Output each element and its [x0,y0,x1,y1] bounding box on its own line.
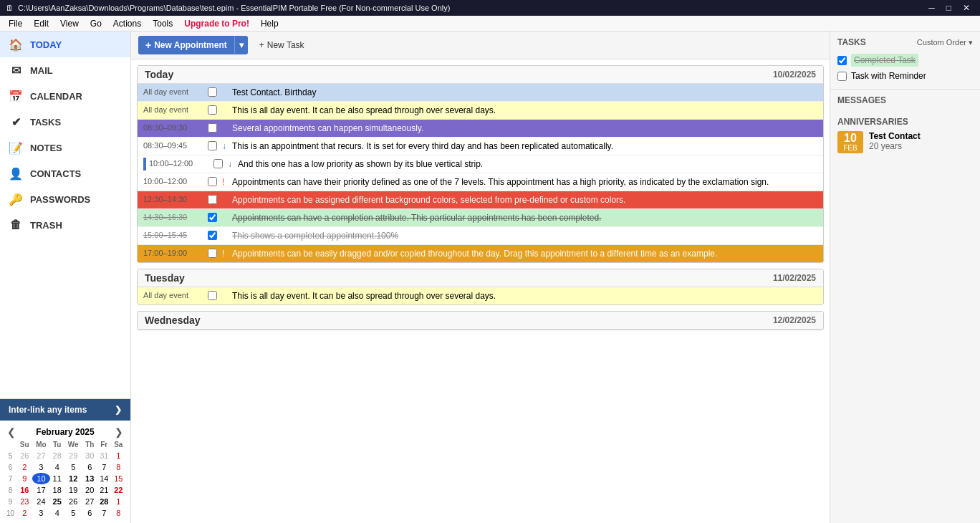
calendar-day[interactable]: 27 [82,496,97,507]
checkbox-5[interactable] [213,159,223,168]
calendar-day[interactable]: 8 [111,507,126,519]
calendar-day[interactable]: 1 [111,496,126,507]
calendar-day[interactable]: 11 [50,473,64,484]
appt-row-3[interactable]: 08:30–09:30 Several appointments can hap… [138,120,823,138]
close-button[interactable]: ✕ [959,1,974,14]
sidebar-item-contacts[interactable]: 👤 CONTACTS [0,160,130,186]
check-4[interactable] [208,140,222,153]
sidebar-item-today[interactable]: 🏠 TODAY [0,32,130,57]
checkbox-10[interactable] [208,249,217,258]
tue-checkbox-1[interactable] [208,291,217,300]
calendar-day[interactable]: 9 [16,473,32,484]
menu-go[interactable]: Go [85,17,107,30]
checkbox-3[interactable] [208,123,217,133]
calendar-day[interactable]: 2 [16,507,32,519]
next-month-button[interactable]: ❯ [115,426,123,438]
menu-file[interactable]: File [3,17,28,30]
calendar-day[interactable]: 20 [82,484,97,496]
check-9[interactable] [208,229,222,242]
calendar-day[interactable]: 1 [111,450,126,461]
check-3[interactable] [208,122,222,135]
calendar-day[interactable]: 10 [32,473,49,484]
checkbox-4[interactable] [208,141,217,150]
calendar-day[interactable]: 4 [50,461,64,473]
appt-row-10[interactable]: 17:00–19:00 ! Appointments can be easily… [138,245,823,262]
checkbox-6[interactable] [208,177,217,186]
calendar-day[interactable]: 18 [50,484,64,496]
check-6[interactable] [208,176,222,188]
menu-help[interactable]: Help [255,17,284,30]
new-appointment-main[interactable]: + New Appointment [138,36,234,54]
task-check-2[interactable] [837,72,847,81]
calendar-day[interactable]: 6 [82,461,97,473]
calendar-day[interactable]: 28 [97,496,111,507]
check-5[interactable] [213,158,228,171]
calendar-day[interactable]: 23 [16,496,32,507]
check-8[interactable] [208,211,222,224]
calendar-day[interactable]: 8 [111,461,126,473]
interlink-bar[interactable]: Inter-link any items ❯ [0,399,130,421]
calendar-day[interactable]: 3 [32,507,49,519]
sidebar-item-calendar[interactable]: 📅 CALENDAR [0,83,130,109]
calendar-day[interactable]: 2 [16,461,32,473]
calendar-day[interactable]: 6 [82,507,97,519]
menu-tools[interactable]: Tools [147,17,178,30]
calendar-day[interactable]: 5 [64,461,82,473]
task-check-1[interactable] [837,56,847,65]
calendar-day[interactable]: 12 [64,473,82,484]
calendar-day[interactable]: 21 [97,484,111,496]
check-7[interactable] [208,193,222,206]
appt-row-9[interactable]: 15:00–15:45 This shows a completed appoi… [138,227,823,245]
checkbox-8[interactable] [208,213,217,222]
new-appointment-button[interactable]: + New Appointment ▾ [138,36,248,54]
menu-view[interactable]: View [54,17,85,30]
anniversary-item-1[interactable]: 10 FEB Test Contact 20 years [837,131,973,153]
checkbox-7[interactable] [208,195,217,204]
appt-row-8[interactable]: 14:30–16:30 Appointments can have a comp… [138,209,823,227]
calendar-day[interactable]: 15 [111,473,126,484]
checkbox-9[interactable] [208,231,217,240]
check-10[interactable] [208,247,222,260]
calendar-day[interactable]: 14 [97,473,111,484]
tue-check-1[interactable] [208,289,222,302]
new-task-button[interactable]: + New Task [252,37,312,54]
calendar-day[interactable]: 7 [97,461,111,473]
calendar-day[interactable]: 13 [82,473,97,484]
sidebar-item-passwords[interactable]: 🔑 PASSWORDS [0,186,130,212]
check-1[interactable] [208,86,222,99]
sidebar-item-tasks[interactable]: ✔ TASKS [0,109,130,135]
calendar-day[interactable]: 16 [16,484,32,496]
calendar-day[interactable]: 24 [32,496,49,507]
maximize-button[interactable]: □ [942,1,956,14]
menu-upgrade[interactable]: Upgrade to Pro! [178,17,255,30]
calendar-day[interactable]: 31 [97,450,111,461]
prev-month-button[interactable]: ❮ [7,426,16,438]
calendar-day[interactable]: 5 [64,507,82,519]
checkbox-1[interactable] [208,87,217,97]
calendar-day[interactable]: 29 [64,450,82,461]
task-row-1[interactable]: Completed Task [837,52,973,69]
calendar-day[interactable]: 26 [64,496,82,507]
appt-row-7[interactable]: 12:30–14:30 Appointments can be assigned… [138,191,823,209]
sidebar-item-trash[interactable]: 🗑 TRASH [0,212,130,238]
task-row-2[interactable]: Task with Reminder [837,69,973,83]
checkbox-2[interactable] [208,105,217,115]
appt-row-6[interactable]: 10:00–12:00 ! Appointments can have thei… [138,173,823,191]
appt-row-1[interactable]: All day event Test Contact. Birthday [138,84,823,102]
appt-row-5[interactable]: 10:00–12:00 ↓ And this one has a low pri… [138,155,823,173]
menu-actions[interactable]: Actions [107,17,147,30]
menu-edit[interactable]: Edit [28,17,54,30]
appt-row-4[interactable]: 08:30–09:45 ↓ This is an appointment tha… [138,138,823,155]
check-2[interactable] [208,104,222,117]
calendar-day[interactable]: 28 [50,450,64,461]
calendar-day[interactable]: 3 [32,461,49,473]
tuesday-appt-row-1[interactable]: All day event This is all day event. It … [138,287,823,304]
sidebar-item-notes[interactable]: 📝 NOTES [0,135,130,160]
appt-row-2[interactable]: All day event This is all day event. It … [138,102,823,120]
sidebar-item-mail[interactable]: ✉ MAIL [0,57,130,83]
calendar-day[interactable]: 30 [82,450,97,461]
calendar-day[interactable]: 25 [50,496,64,507]
calendar-day[interactable]: 4 [50,507,64,519]
calendar-day[interactable]: 19 [64,484,82,496]
calendar-day[interactable]: 22 [111,484,126,496]
